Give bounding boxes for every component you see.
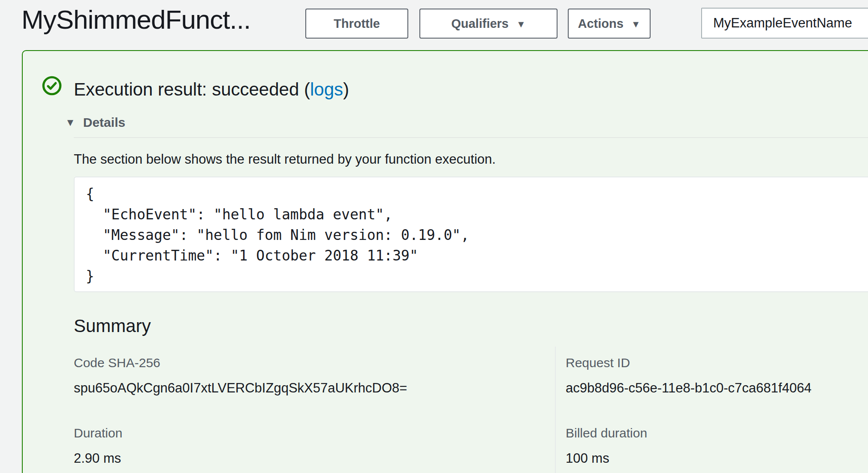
execution-result-panel: Execution result: succeeded (logs) ▼ Det… (22, 50, 868, 473)
actions-button[interactable]: Actions ▼ (568, 9, 651, 39)
test-event-selected-value: MyExampleEventName (713, 15, 852, 31)
throttle-button-label: Throttle (334, 17, 380, 31)
page-title: MyShimmedFunct... (21, 4, 250, 35)
triangle-down-icon: ▼ (65, 117, 75, 128)
execution-result-text: Execution result: succeeded ( (74, 79, 310, 99)
execution-result-json: { "EchoEvent": "hello lambda event", "Me… (86, 184, 868, 287)
duration-value: 2.90 ms (74, 451, 122, 466)
qualifiers-button[interactable]: Qualifiers ▼ (419, 9, 558, 39)
test-event-select[interactable]: MyExampleEventName (701, 8, 868, 39)
logs-link[interactable]: logs (310, 79, 343, 99)
summary-field-duration: Duration 2.90 ms (74, 426, 122, 466)
execution-result-output-box: { "EchoEvent": "hello lambda event", "Me… (74, 177, 868, 292)
summary-field-request-id: Request ID ac9b8d96-c56e-11e8-b1c0-c7ca6… (566, 356, 811, 396)
request-id-value: ac9b8d96-c56e-11e8-b1c0-c7ca681f4064 (566, 380, 811, 396)
throttle-button[interactable]: Throttle (305, 9, 408, 39)
details-toggle[interactable]: ▼ Details (65, 115, 125, 130)
qualifiers-button-label: Qualifiers (451, 17, 509, 31)
summary-column-divider (555, 347, 556, 473)
success-check-icon (42, 76, 62, 96)
billed-duration-label: Billed duration (566, 426, 647, 440)
chevron-down-icon: ▼ (516, 20, 526, 29)
summary-heading: Summary (74, 316, 151, 336)
execution-result-text-suffix: ) (343, 79, 349, 99)
execution-result-heading: Execution result: succeeded (logs) (74, 79, 349, 100)
details-toggle-label: Details (83, 115, 125, 130)
summary-field-code-sha: Code SHA-256 spu65oAQkCgn6a0I7xtLVERCbIZ… (74, 356, 407, 396)
chevron-down-icon: ▼ (631, 20, 641, 29)
duration-label: Duration (74, 426, 122, 440)
details-divider (74, 137, 868, 138)
code-sha-value: spu65oAQkCgn6a0I7xtLVERCbIZgqSkX57aUKrhc… (74, 380, 407, 396)
code-sha-label: Code SHA-256 (74, 356, 407, 370)
billed-duration-value: 100 ms (566, 451, 647, 466)
actions-button-label: Actions (578, 17, 623, 31)
result-description: The section below shows the result retur… (74, 152, 496, 167)
summary-field-billed-duration: Billed duration 100 ms (566, 426, 647, 466)
request-id-label: Request ID (566, 356, 811, 370)
